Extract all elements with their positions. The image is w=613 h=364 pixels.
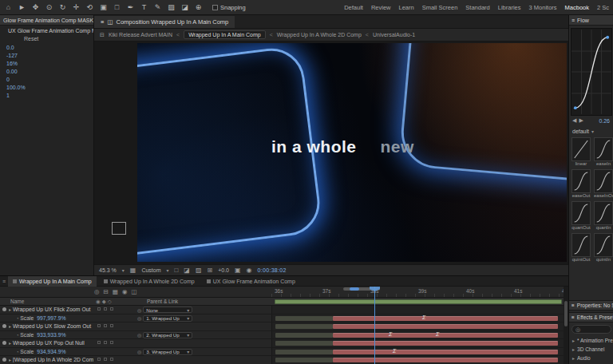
flow-preset-select[interactable]: default ▾ <box>569 125 613 136</box>
work-area-bar[interactable] <box>275 299 562 304</box>
layer-track[interactable]: Σ <box>271 348 568 356</box>
workspace-learn[interactable]: Learn <box>399 4 414 11</box>
timeline-vertical-scrollbar[interactable] <box>564 287 568 364</box>
switch-box[interactable] <box>97 307 101 311</box>
timeline-row[interactable]: ▸Wrapped Up UX Flick Zoom Out◎None▾ <box>0 306 568 315</box>
workspace-macbook[interactable]: Macbook <box>565 4 589 11</box>
effect-param-value-2[interactable]: 16% <box>0 60 93 68</box>
pickwhip-icon[interactable]: ◎ <box>137 349 141 354</box>
switch-box[interactable] <box>104 307 107 311</box>
timeline-row[interactable]: ◔ Scale933,933.9%◎2. Wrapped Up▾ΣΣ <box>0 331 568 340</box>
timeline-row[interactable]: ▸Wrapped Up UX Pop Out Null <box>0 339 568 348</box>
pan-camera-tool-icon[interactable]: ✛ <box>72 3 81 12</box>
switch-box[interactable] <box>104 324 107 327</box>
switch-box[interactable] <box>104 341 107 344</box>
brush-tool-icon[interactable]: ✎ <box>153 3 162 12</box>
layer-bar-segment[interactable] <box>275 350 333 354</box>
ruler-track[interactable]: 36s37s38s39s40s41s42s <box>271 287 568 297</box>
prev-arrow-icon[interactable]: ◀ <box>572 117 576 124</box>
effect-param-value-3[interactable]: 0.00 <box>0 68 93 76</box>
graph-editor-icon[interactable]: ◫ <box>131 288 136 295</box>
flow-preset-quintIn[interactable]: quintIn <box>594 233 613 262</box>
layer-bar-segment[interactable] <box>275 324 333 329</box>
layer-bar-segment[interactable] <box>275 358 333 362</box>
effects-search-input[interactable]: ◎ <box>571 325 611 334</box>
switch-box[interactable] <box>97 341 101 344</box>
layer-name[interactable]: ▸Wrapped Up UX Slow Zoom Out <box>9 323 93 329</box>
breadcrumb-item[interactable]: UniversalAudio-1 <box>373 32 415 38</box>
workspace-2-sc[interactable]: 2 Sc <box>597 4 609 11</box>
effect-param-value-0[interactable]: 0.0 <box>0 44 93 52</box>
properties-panel-tab[interactable]: ≡ Properties: No S <box>569 300 613 311</box>
panel-menu-icon[interactable]: ≡ <box>571 303 575 308</box>
property-row[interactable]: ◔ Scale933,933.9% <box>16 332 96 338</box>
twirl-icon[interactable]: ▸ <box>572 338 575 343</box>
mini-flowchart-icon[interactable]: ⊟ <box>104 288 109 295</box>
timeline-tab[interactable]: Wrapped Up In A Whole 2D Comp <box>99 276 200 287</box>
layer-switches[interactable] <box>97 358 113 361</box>
puppet-pin-tool-icon[interactable]: ⊕ <box>194 3 203 12</box>
region-of-interest-icon[interactable]: □ <box>175 267 179 274</box>
twirl-icon[interactable]: ▸ <box>9 358 11 362</box>
workspace-default[interactable]: Default <box>344 4 363 11</box>
snapping-checkbox[interactable] <box>212 5 218 10</box>
transparency-grid-icon[interactable]: ▨ <box>196 267 202 274</box>
workspace-3-monitors[interactable]: 3 Monitors <box>529 4 557 11</box>
property-row[interactable]: ◔ Scale997,997.9% <box>16 315 96 321</box>
layer-track[interactable]: ΣΣ <box>271 331 568 339</box>
pen-tool-icon[interactable]: ✒ <box>126 3 135 12</box>
flow-preset-easeInOut[interactable]: easeInOut <box>594 169 613 198</box>
layer-bar-segment[interactable] <box>275 316 333 321</box>
parent-dropdown[interactable]: 1. Wrapped Up▾ <box>143 315 192 322</box>
layer-duration-bar[interactable] <box>333 358 558 362</box>
grid-options-icon[interactable]: ▦ <box>130 267 136 274</box>
time-ruler[interactable]: ◎ ⊟ ▦ ◉ ◫ 36s37s38s39s40s41s42s <box>0 287 568 298</box>
flow-preset-easeOut[interactable]: easeOut <box>571 169 591 198</box>
layer-duration-bar[interactable] <box>333 316 558 321</box>
visibility-eye-icon[interactable] <box>2 324 6 328</box>
flow-panel-tab[interactable]: ≡ Flow <box>569 15 613 26</box>
magnification-select[interactable]: 45.3 % <box>99 267 117 273</box>
motion-blur-icon[interactable]: ◉ <box>122 288 128 295</box>
mini-flowchart-icon[interactable]: ⊟ <box>100 32 105 38</box>
layer-track[interactable] <box>271 322 568 330</box>
layer-bar-segment[interactable] <box>275 341 333 346</box>
draft-3d-icon[interactable]: ▦ <box>113 288 118 295</box>
timeline-row[interactable]: ▸[Wrapped Up In A Whole 2D Comp] <box>0 356 568 364</box>
next-arrow-icon[interactable]: ▶ <box>579 117 583 124</box>
flow-preset-easeIn[interactable]: easeIn <box>594 137 613 166</box>
switch-box[interactable] <box>97 324 101 327</box>
keyframe-marker[interactable]: Σ <box>436 331 439 337</box>
switch-box[interactable] <box>104 358 107 361</box>
current-time-field[interactable]: 0:00:38:02 <box>258 267 287 273</box>
layer-track[interactable]: Σ <box>271 315 568 322</box>
property-value[interactable]: 997,997.9% <box>37 315 65 321</box>
hand-tool-icon[interactable]: ✥ <box>31 3 40 12</box>
effect-controls-tab[interactable]: Glow Frame Animation Comp MASK <box>0 15 93 26</box>
twirl-icon[interactable]: ▸ <box>9 307 11 312</box>
pickwhip-icon[interactable]: ◎ <box>137 315 141 321</box>
selection-tool-icon[interactable]: ► <box>18 3 26 12</box>
zoom-tool-icon[interactable]: ⊙ <box>45 3 53 12</box>
resolution-select[interactable]: Custom <box>141 267 160 273</box>
flow-preset-quintOut[interactable]: quintOut <box>571 233 591 262</box>
layer-switches[interactable] <box>97 307 113 311</box>
composition-canvas[interactable]: in a whole new <box>137 43 567 262</box>
snapshot-icon[interactable]: ◉ <box>247 267 252 274</box>
rotate-tool-icon[interactable]: ⟲ <box>85 3 94 12</box>
breadcrumb-item[interactable]: Wrapped Up In A Main Comp <box>184 30 266 39</box>
effects-presets-tab[interactable]: ≡ Effects & Presets <box>569 312 613 322</box>
timeline-row[interactable]: ▸Wrapped Up UX Slow Zoom Out <box>0 322 568 331</box>
layer-name[interactable]: ▸Wrapped Up UX Pop Out Null <box>9 340 93 346</box>
keyframe-marker[interactable]: Σ <box>422 315 425 320</box>
flow-curve-editor[interactable] <box>571 28 612 116</box>
camera-tool-icon[interactable]: ▣ <box>99 3 108 12</box>
switch-box[interactable] <box>97 358 101 361</box>
keyframe-marker[interactable]: Σ <box>393 348 396 354</box>
panel-menu-icon[interactable]: ≡ <box>101 18 104 26</box>
timeline-tab[interactable]: Wrapped Up In A Main Comp <box>8 276 97 287</box>
property-value[interactable]: 933,933.9% <box>37 332 65 338</box>
panel-menu-icon[interactable]: ≡ <box>571 18 575 23</box>
parent-dropdown[interactable]: None▾ <box>143 307 192 313</box>
layer-name[interactable]: ▸[Wrapped Up In A Whole 2D Comp] <box>9 357 93 362</box>
